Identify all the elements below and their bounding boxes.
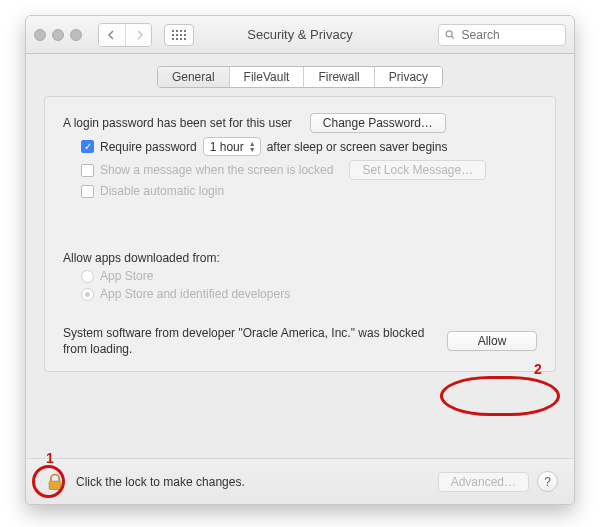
search-icon bbox=[445, 29, 455, 40]
gatekeeper-identified-label: App Store and identified developers bbox=[100, 287, 290, 301]
gatekeeper-identified-row: App Store and identified developers bbox=[81, 287, 537, 301]
footer: Click the lock to make changes. Advanced… bbox=[26, 458, 574, 504]
grid-icon bbox=[172, 30, 186, 40]
search-input[interactable] bbox=[460, 27, 559, 43]
show-message-label: Show a message when the screen is locked bbox=[100, 163, 333, 177]
traffic-lights bbox=[34, 29, 82, 41]
require-password-row: Require password 1 hour ▲▼ after sleep o… bbox=[81, 137, 537, 156]
gatekeeper-appstore-label: App Store bbox=[100, 269, 153, 283]
blocked-software-text: System software from developer "Oracle A… bbox=[63, 325, 435, 357]
stepper-icon: ▲▼ bbox=[249, 141, 256, 153]
minimize-window-icon[interactable] bbox=[52, 29, 64, 41]
annotation-circle-2 bbox=[440, 376, 560, 416]
change-password-button[interactable]: Change Password… bbox=[310, 113, 446, 133]
gatekeeper-appstore-radio bbox=[81, 270, 94, 283]
tabs: General FileVault Firewall Privacy bbox=[157, 66, 443, 88]
login-password-row: A login password has been set for this u… bbox=[63, 113, 537, 133]
tab-general[interactable]: General bbox=[158, 67, 229, 87]
gatekeeper-title-row: Allow apps downloaded from: bbox=[63, 251, 537, 265]
require-password-delay-value: 1 hour bbox=[210, 140, 244, 154]
show-all-button[interactable] bbox=[164, 24, 194, 46]
blocked-software-row: System software from developer "Oracle A… bbox=[63, 325, 537, 357]
lock-hint-text: Click the lock to make changes. bbox=[76, 475, 245, 489]
advanced-button[interactable]: Advanced… bbox=[438, 472, 529, 492]
title-bar: Security & Privacy bbox=[26, 16, 574, 54]
require-password-label: Require password bbox=[100, 140, 197, 154]
general-panel: A login password has been set for this u… bbox=[44, 96, 556, 372]
gatekeeper-title: Allow apps downloaded from: bbox=[63, 251, 220, 265]
gatekeeper-appstore-row: App Store bbox=[81, 269, 537, 283]
nav-back-button[interactable] bbox=[99, 24, 125, 46]
tab-firewall[interactable]: Firewall bbox=[303, 67, 373, 87]
close-window-icon[interactable] bbox=[34, 29, 46, 41]
help-button[interactable]: ? bbox=[537, 471, 558, 492]
tabs-area: General FileVault Firewall Privacy bbox=[26, 54, 574, 96]
show-message-checkbox[interactable] bbox=[81, 164, 94, 177]
lock-icon bbox=[45, 472, 65, 492]
gatekeeper-identified-radio bbox=[81, 288, 94, 301]
disable-auto-login-checkbox[interactable] bbox=[81, 185, 94, 198]
zoom-window-icon[interactable] bbox=[70, 29, 82, 41]
svg-line-1 bbox=[452, 36, 454, 38]
nav-forward-button[interactable] bbox=[125, 24, 151, 46]
disable-auto-login-label: Disable automatic login bbox=[100, 184, 224, 198]
require-password-checkbox[interactable] bbox=[81, 140, 94, 153]
disable-auto-login-row: Disable automatic login bbox=[81, 184, 537, 198]
tab-privacy[interactable]: Privacy bbox=[374, 67, 442, 87]
tab-filevault[interactable]: FileVault bbox=[229, 67, 304, 87]
nav-back-forward bbox=[98, 23, 152, 47]
allow-button[interactable]: Allow bbox=[447, 331, 537, 351]
after-sleep-label: after sleep or screen saver begins bbox=[267, 140, 448, 154]
preferences-window: Security & Privacy General FileVault Fir… bbox=[25, 15, 575, 505]
login-password-set-label: A login password has been set for this u… bbox=[63, 116, 292, 130]
require-password-delay-select[interactable]: 1 hour ▲▼ bbox=[203, 137, 261, 156]
search-field[interactable] bbox=[438, 24, 566, 46]
show-message-row: Show a message when the screen is locked… bbox=[81, 160, 537, 180]
svg-rect-2 bbox=[49, 481, 61, 489]
lock-button[interactable] bbox=[42, 469, 68, 495]
svg-point-0 bbox=[446, 31, 452, 37]
set-lock-message-button: Set Lock Message… bbox=[349, 160, 486, 180]
